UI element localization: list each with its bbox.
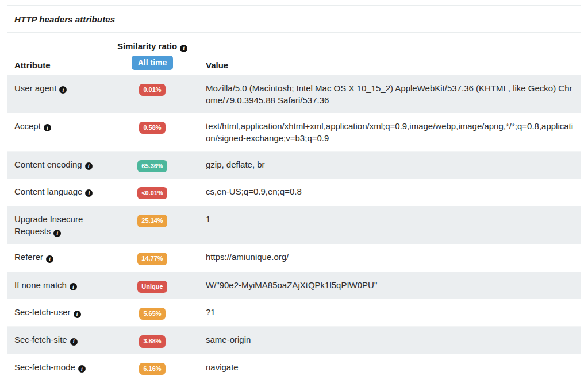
section-title-block: HTTP headers attributes bbox=[7, 5, 581, 33]
attribute-value: same-origin bbox=[184, 334, 574, 346]
info-icon[interactable]: i bbox=[85, 162, 93, 170]
similarity-ratio-label: Similarity ratioi bbox=[117, 41, 187, 52]
similarity-ratio-badge: 14.77% bbox=[137, 253, 167, 265]
attribute-name: Sec-fetch-useri bbox=[14, 306, 121, 318]
http-headers-panel: HTTP headers attributes Attribute Simila… bbox=[7, 5, 581, 376]
table-row: Sec-fetch-useri 5.65% ?1 bbox=[7, 299, 581, 326]
similarity-ratio-badge: <0.01% bbox=[137, 187, 167, 199]
info-icon[interactable]: i bbox=[46, 255, 53, 263]
info-icon[interactable]: i bbox=[59, 86, 67, 94]
similarity-ratio-badge: 5.65% bbox=[139, 308, 165, 320]
attribute-value: navigate bbox=[184, 361, 574, 373]
column-header-attribute: Attribute bbox=[14, 60, 121, 70]
info-icon[interactable]: i bbox=[78, 365, 86, 373]
attribute-name: User agenti bbox=[14, 82, 121, 94]
attribute-name: Content languagei bbox=[14, 185, 121, 197]
similarity-ratio-badge: 3.88% bbox=[139, 335, 165, 347]
info-icon[interactable]: i bbox=[44, 124, 51, 131]
attribute-value: text/html,application/xhtml+xml,applicat… bbox=[184, 120, 574, 144]
info-icon[interactable]: i bbox=[70, 338, 78, 346]
similarity-ratio-badge: 25.14% bbox=[137, 215, 167, 227]
info-icon[interactable]: i bbox=[74, 311, 81, 318]
attributes-table: User agenti 0.01% Mozilla/5.0 (Macintosh… bbox=[7, 75, 581, 376]
attribute-name: If none matchi bbox=[14, 279, 121, 291]
attribute-value: cs,en-US;q=0.9,en;q=0.8 bbox=[184, 185, 574, 197]
table-header-row: Attribute Similarity ratioi All time Val… bbox=[7, 33, 581, 75]
table-row: Content languagei <0.01% cs,en-US;q=0.9,… bbox=[7, 179, 581, 206]
table-row: If none matchi Unique W/"90e2-MyiMA85oaZ… bbox=[7, 272, 581, 299]
attribute-name: Content encodingi bbox=[14, 158, 121, 170]
column-header-similarity-ratio: Similarity ratioi All time bbox=[121, 41, 184, 70]
attribute-name: Accepti bbox=[14, 120, 121, 132]
attribute-name: Sec-fetch-sitei bbox=[14, 334, 121, 346]
all-time-filter-button[interactable]: All time bbox=[132, 56, 174, 70]
table-row: Accepti 0.58% text/html,application/xhtm… bbox=[7, 113, 581, 151]
attribute-value: 1 bbox=[184, 213, 574, 225]
info-icon[interactable]: i bbox=[85, 189, 93, 197]
attribute-value: https://amiunique.org/ bbox=[184, 251, 574, 263]
similarity-ratio-badge: Unique bbox=[137, 281, 167, 293]
attribute-name: Refereri bbox=[14, 251, 121, 263]
similarity-ratio-badge: 0.01% bbox=[139, 84, 165, 96]
attribute-name: Upgrade Insecure Requestsi bbox=[14, 213, 121, 237]
table-row: Content encodingi 65.36% gzip, deflate, … bbox=[7, 151, 581, 179]
attribute-value: ?1 bbox=[184, 306, 574, 318]
similarity-ratio-badge: 6.16% bbox=[139, 363, 165, 375]
info-icon[interactable]: i bbox=[180, 45, 187, 52]
similarity-ratio-badge: 65.36% bbox=[137, 160, 167, 172]
attribute-value: W/"90e2-MyiMA85oaZAjXtQPk1l5qPIW0PU" bbox=[184, 279, 574, 291]
attribute-name: Sec-fetch-modei bbox=[14, 361, 121, 373]
table-row: User agenti 0.01% Mozilla/5.0 (Macintosh… bbox=[7, 75, 581, 113]
table-row: Refereri 14.77% https://amiunique.org/ bbox=[7, 244, 581, 271]
attribute-value: gzip, deflate, br bbox=[184, 158, 574, 170]
table-row: Upgrade Insecure Requestsi 25.14% 1 bbox=[7, 206, 581, 244]
attribute-value: Mozilla/5.0 (Macintosh; Intel Mac OS X 1… bbox=[184, 82, 574, 106]
info-icon[interactable]: i bbox=[70, 283, 77, 290]
info-icon[interactable]: i bbox=[53, 230, 61, 237]
table-row: Sec-fetch-sitei 3.88% same-origin bbox=[7, 326, 581, 354]
column-header-value: Value bbox=[184, 60, 574, 70]
similarity-ratio-badge: 0.58% bbox=[139, 122, 165, 134]
section-title: HTTP headers attributes bbox=[14, 14, 574, 24]
table-row: Sec-fetch-modei 6.16% navigate bbox=[7, 354, 581, 376]
